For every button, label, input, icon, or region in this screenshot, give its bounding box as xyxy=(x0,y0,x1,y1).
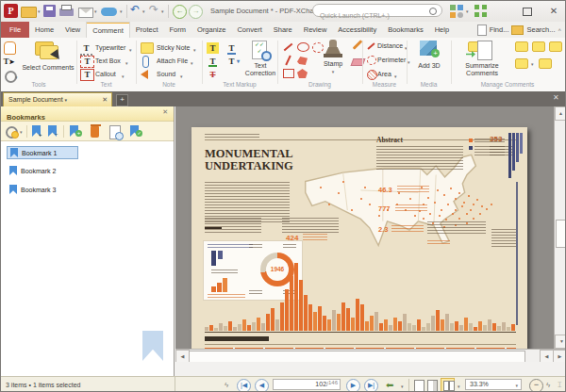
tab-home[interactable]: Home xyxy=(29,22,59,38)
next-comment-icon[interactable] xyxy=(549,41,562,52)
full-screen-icon[interactable] xyxy=(474,5,487,17)
tab-organize[interactable]: Organize xyxy=(191,22,231,38)
polyline-tool-icon[interactable] xyxy=(297,57,308,65)
attach-file-icon[interactable] xyxy=(142,56,149,68)
previous-page-button[interactable]: ◀ xyxy=(255,379,269,392)
hand-tool-icon[interactable] xyxy=(4,41,16,55)
strikeout-text-icon[interactable]: T xyxy=(207,69,219,80)
tab-protect[interactable]: Protect xyxy=(130,22,164,38)
scroll-left-button[interactable]: ◀ xyxy=(175,350,190,362)
add-3d-button[interactable]: + Add 3D xyxy=(410,40,448,70)
cloud-dropdown[interactable]: ▾ xyxy=(120,8,123,14)
bookmark-item[interactable]: Bookmark 2 xyxy=(7,165,120,178)
text-box-icon[interactable]: T xyxy=(80,56,94,68)
two-page-layout-icon[interactable] xyxy=(441,378,455,392)
first-page-button[interactable]: |◀ xyxy=(237,379,251,392)
perimeter-button[interactable]: Perimeter xyxy=(377,57,406,63)
callout-icon[interactable]: T xyxy=(80,69,94,81)
tab-help[interactable]: Help xyxy=(429,22,455,38)
zoom-step-icon[interactable]: ϟ xyxy=(546,381,550,389)
vertical-scroll-thumb[interactable] xyxy=(556,220,566,248)
tab-comment[interactable]: Comment xyxy=(86,22,130,38)
email-dropdown[interactable]: ▾ xyxy=(94,8,97,14)
bookmarks-panel-close-icon[interactable]: ✕ xyxy=(162,108,168,116)
distance-button[interactable]: Distance xyxy=(377,42,403,49)
highlight-text-icon[interactable]: T xyxy=(207,42,219,54)
tab-bookmarks[interactable]: Bookmarks xyxy=(382,22,429,38)
tab-accessibility[interactable]: Accessibility xyxy=(332,22,382,38)
oval-tool-icon[interactable] xyxy=(297,42,309,52)
undo-dropdown[interactable]: ▾ xyxy=(142,8,145,14)
tab-view[interactable]: View xyxy=(59,22,86,38)
sound-button[interactable]: Sound xyxy=(157,71,175,77)
stamp-button[interactable]: Stamp ▾ xyxy=(318,40,348,75)
snapshot-icon[interactable]: ϟ xyxy=(225,381,228,389)
document-tab-close-icon[interactable]: ✕ xyxy=(102,93,108,106)
eraser-tool-icon[interactable] xyxy=(351,58,366,66)
open-file-dropdown[interactable]: ▾ xyxy=(38,8,41,14)
zoom-out-button[interactable]: − xyxy=(529,379,543,392)
scroll-up-button[interactable]: ▲ xyxy=(555,106,566,121)
insert-text-icon[interactable]: T▾ xyxy=(225,56,238,67)
zoom-combobox[interactable]: 33.3% ▾ xyxy=(465,379,522,390)
redo-dropdown[interactable]: ▾ xyxy=(161,8,164,14)
previous-comment-icon[interactable] xyxy=(515,58,528,69)
select-comments-button[interactable]: Select Comments xyxy=(22,40,75,72)
hide-comments-icon[interactable] xyxy=(539,58,552,69)
document-tab[interactable]: Sample Document ▾ ✕ xyxy=(3,92,112,106)
tool-settings-dropdown[interactable]: ▾ xyxy=(15,74,18,80)
squiggly-text-icon[interactable]: T xyxy=(225,42,238,54)
rectangle-tool-icon[interactable] xyxy=(283,69,294,78)
typewriter-icon[interactable]: T xyxy=(80,42,92,56)
polygon-tool-icon[interactable] xyxy=(297,69,308,78)
vertical-scrollbar[interactable]: ▲ ▼ xyxy=(554,106,566,349)
line-tool-icon[interactable] xyxy=(284,43,293,52)
open-file-icon[interactable] xyxy=(21,7,37,18)
attach-file-button[interactable]: Attach File xyxy=(157,57,188,64)
search-button[interactable]: Search... xyxy=(526,25,555,34)
export-comments-icon[interactable] xyxy=(515,41,528,52)
sticky-note-button[interactable]: Sticky Note xyxy=(157,44,190,51)
ui-options-icon[interactable] xyxy=(450,5,463,18)
edit-mode-icon[interactable]: ⌶ xyxy=(558,381,562,390)
tab-form[interactable]: Form xyxy=(164,22,192,38)
pencil-tool-icon[interactable] xyxy=(353,40,363,50)
distance-icon[interactable] xyxy=(367,42,375,49)
horizontal-scroll-thumb[interactable] xyxy=(189,351,525,362)
underline-text-icon[interactable]: T xyxy=(207,56,219,67)
document-pane[interactable]: MONUMENTAL UNDERTAKING 424 1946 xyxy=(175,106,566,362)
bookmark-item[interactable]: Bookmark 3 xyxy=(7,184,120,197)
save-icon[interactable] xyxy=(43,5,56,17)
cloud-upload-icon[interactable] xyxy=(101,8,117,16)
select-text-icon[interactable]: T➤ xyxy=(3,56,15,67)
import-comments-icon[interactable] xyxy=(532,41,545,52)
find-button[interactable]: Find... xyxy=(490,25,509,34)
typewriter-button[interactable]: Typewriter xyxy=(95,44,125,51)
redo-icon[interactable]: ↷ xyxy=(149,3,158,16)
scroll-down-button[interactable]: ▼ xyxy=(555,335,566,349)
quick-launch-input[interactable]: Quick Launch (CTRL+.) xyxy=(312,4,442,17)
callout-button[interactable]: Callout xyxy=(95,71,116,77)
page-number-input[interactable]: 102/146 xyxy=(273,379,341,390)
area-button[interactable]: Area xyxy=(377,71,391,77)
single-page-layout-icon[interactable] xyxy=(414,380,424,392)
layout-dropdown[interactable]: ▾ xyxy=(458,384,460,389)
back-icon[interactable]: ← xyxy=(173,5,187,19)
tab-convert[interactable]: Convert xyxy=(231,22,267,38)
document-tab-dropdown[interactable]: ▾ xyxy=(65,97,68,103)
scroll-right-button[interactable]: ▶ xyxy=(553,350,566,362)
last-page-button[interactable]: ▶| xyxy=(364,379,378,392)
tab-share[interactable]: Share xyxy=(268,22,298,38)
close-window-button[interactable]: ✕ xyxy=(544,4,563,19)
sound-icon[interactable] xyxy=(141,70,148,79)
tab-file[interactable]: File xyxy=(1,22,29,38)
email-icon[interactable] xyxy=(78,8,93,18)
arrow-tool-icon[interactable] xyxy=(285,56,291,66)
bookmark-item-selected[interactable]: Bookmark 1 xyxy=(7,146,78,159)
previous-view-icon[interactable]: ⬅ xyxy=(386,380,399,390)
area-icon[interactable] xyxy=(367,70,377,80)
forward-icon[interactable]: → xyxy=(189,5,203,19)
restore-window-button[interactable] xyxy=(518,4,537,19)
horizontal-scrollbar[interactable]: ◀ ◀ ▶ xyxy=(175,349,566,362)
delete-bookmark-icon[interactable] xyxy=(91,126,99,138)
